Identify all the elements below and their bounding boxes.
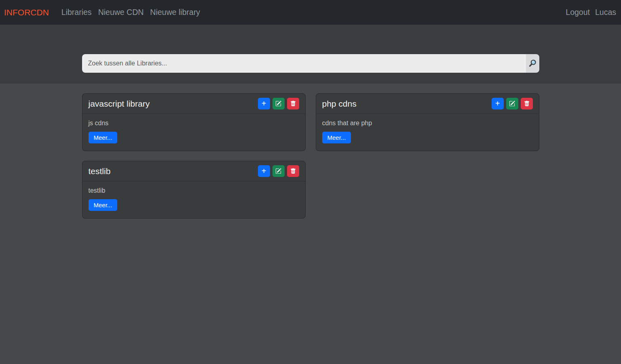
search-button[interactable] bbox=[526, 54, 539, 73]
card-body: js cdns Meer... bbox=[82, 114, 305, 151]
nav-item-nieuwe-library[interactable]: Nieuwe library bbox=[150, 8, 200, 17]
searchbar bbox=[82, 54, 539, 73]
more-button[interactable]: Meer... bbox=[89, 132, 118, 143]
card-description: cdns that are php bbox=[322, 120, 533, 127]
add-cdn-button[interactable]: + bbox=[258, 98, 270, 109]
card-header: testlib + bbox=[82, 161, 305, 181]
card-body: testlib Meer... bbox=[82, 181, 305, 218]
card-title: php cdns bbox=[322, 99, 357, 109]
card-header: php cdns + bbox=[316, 94, 539, 114]
nav-links: Libraries Nieuwe CDN Nieuwe library bbox=[61, 8, 200, 17]
card-description: js cdns bbox=[89, 120, 299, 127]
trash-icon bbox=[524, 101, 530, 107]
card-header: javascript library + bbox=[82, 94, 305, 114]
delete-library-button[interactable] bbox=[287, 98, 299, 109]
delete-library-button[interactable] bbox=[287, 165, 299, 177]
library-card: testlib + bbox=[82, 161, 306, 219]
add-cdn-button[interactable]: + bbox=[492, 98, 504, 109]
more-button[interactable]: Meer... bbox=[322, 132, 351, 143]
magnifier-icon bbox=[528, 59, 537, 68]
card-title: testlib bbox=[89, 166, 111, 176]
library-card: php cdns + bbox=[316, 93, 539, 151]
navbar: INFORCDN Libraries Nieuwe CDN Nieuwe lib… bbox=[0, 0, 621, 25]
trash-icon bbox=[290, 168, 296, 174]
edit-library-button[interactable] bbox=[272, 98, 285, 109]
nav-item-nieuwe-cdn[interactable]: Nieuwe CDN bbox=[98, 8, 144, 17]
nav-right: Logout Lucas bbox=[566, 8, 616, 17]
delete-library-button[interactable] bbox=[521, 98, 533, 109]
card-title: javascript library bbox=[89, 99, 150, 109]
pencil-square-icon bbox=[275, 101, 281, 107]
card-actions: + bbox=[258, 98, 299, 109]
add-cdn-button[interactable]: + bbox=[258, 165, 270, 177]
library-cards-grid: javascript library + bbox=[82, 93, 539, 219]
brand-logo[interactable]: INFORCDN bbox=[4, 8, 49, 17]
edit-library-button[interactable] bbox=[506, 98, 518, 109]
library-card: javascript library + bbox=[82, 93, 306, 151]
card-description: testlib bbox=[89, 187, 299, 194]
trash-icon bbox=[290, 101, 296, 107]
nav-item-libraries[interactable]: Libraries bbox=[61, 8, 92, 17]
nav-item-username[interactable]: Lucas bbox=[595, 8, 616, 17]
card-body: cdns that are php Meer... bbox=[316, 114, 539, 151]
more-button[interactable]: Meer... bbox=[89, 199, 118, 211]
main-content: javascript library + bbox=[0, 84, 621, 219]
card-actions: + bbox=[492, 98, 533, 109]
nav-item-logout[interactable]: Logout bbox=[566, 8, 590, 17]
search-input[interactable] bbox=[82, 54, 526, 73]
search-section bbox=[0, 25, 621, 84]
card-actions: + bbox=[258, 165, 299, 177]
pencil-square-icon bbox=[509, 101, 515, 107]
pencil-square-icon bbox=[275, 168, 281, 174]
edit-library-button[interactable] bbox=[272, 165, 285, 177]
